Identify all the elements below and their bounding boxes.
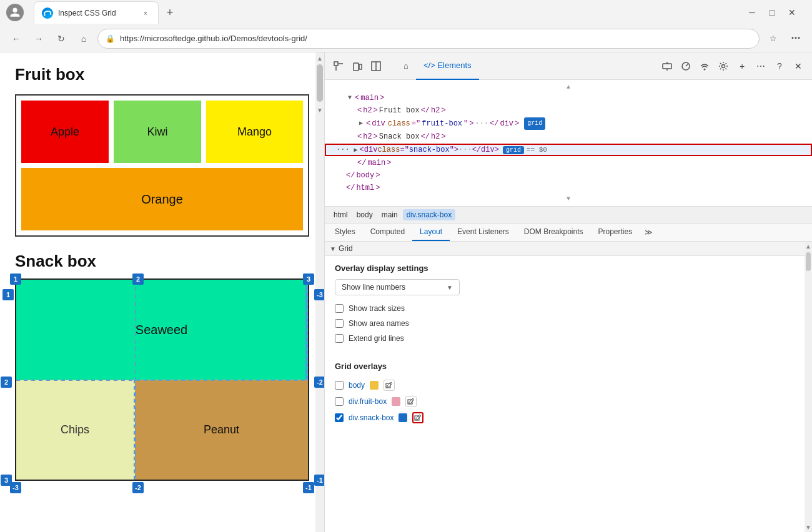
inspect-element-button[interactable] xyxy=(330,57,347,75)
extend-grid-lines-label: Extend grid lines xyxy=(349,334,404,343)
tree-line-h2-fruit[interactable]: <h2> Fruit box </h2> xyxy=(325,104,812,117)
elements-tab[interactable]: </> Elements xyxy=(416,52,479,80)
grid-overlay-h-line xyxy=(16,380,308,381)
minimize-button[interactable]: ─ xyxy=(743,4,761,21)
overlay-settings-group: Overlay display settings Show line numbe… xyxy=(325,256,812,357)
overlay-body-checkbox[interactable] xyxy=(335,381,344,390)
grid-label-top-mid: 2 xyxy=(132,273,144,285)
close-devtools-button[interactable]: ✕ xyxy=(790,57,807,75)
overlay-snack-box-checkbox[interactable] xyxy=(335,413,344,422)
main-area: ▲ ▼ Fruit box Apple Kiwi Mango xyxy=(0,52,812,532)
fruit-row-top: Apple Kiwi Mango xyxy=(21,101,303,163)
overlay-snack-box-icon[interactable] xyxy=(412,412,423,423)
overlay-body-icon[interactable] xyxy=(384,380,395,391)
tree-line-close-body[interactable]: </body> xyxy=(325,169,812,182)
forward-button[interactable]: → xyxy=(30,30,47,47)
show-area-names-checkbox[interactable] xyxy=(335,319,344,328)
tree-line-snack-box[interactable]: ··· ▶ <div class="snack-box" > ··· </div… xyxy=(325,144,812,156)
overlay-snack-box-name: div.snack-box xyxy=(349,413,394,422)
title-bar: Inspect CSS Grid × + ─ □ ✕ xyxy=(0,0,812,25)
grid-overlays-label: Grid overlays xyxy=(325,362,812,371)
home-button[interactable]: ⌂ xyxy=(75,30,92,47)
breadcrumb-main[interactable]: main xyxy=(378,209,402,220)
tab-layout[interactable]: Layout xyxy=(412,224,450,241)
favorites-button[interactable]: ☆ xyxy=(765,30,782,47)
lock-icon: 🔒 xyxy=(106,34,115,43)
tab-event-listeners[interactable]: Event Listeners xyxy=(450,224,517,241)
tree-line-close-main[interactable]: </main> xyxy=(325,157,812,169)
grid-label-top-left: 1 xyxy=(10,273,21,285)
show-track-sizes-label: Show track sizes xyxy=(349,304,405,313)
overlay-fruit-box-checkbox[interactable] xyxy=(335,397,344,406)
browser-window: Inspect CSS Grid × + ─ □ ✕ ← → ↻ ⌂ 🔒 ☆ ·… xyxy=(0,0,812,532)
overlay-snack-box-color xyxy=(399,413,407,422)
extend-grid-lines-checkbox[interactable] xyxy=(335,334,344,343)
back-button[interactable]: ← xyxy=(7,30,25,47)
svg-point-9 xyxy=(704,68,706,70)
overlay-body-color xyxy=(370,381,379,390)
grid-section-header[interactable]: ▼ Grid xyxy=(325,242,812,256)
tree-toggle-snack[interactable]: ▶ xyxy=(352,146,360,154)
show-area-names-label: Show area names xyxy=(349,319,409,328)
overlay-settings-label: Overlay display settings xyxy=(335,264,802,273)
tree-line-dots[interactable]: ··· xyxy=(336,145,350,154)
tab-styles[interactable]: Styles xyxy=(327,224,363,241)
dropdown-arrow-icon: ▼ xyxy=(447,284,453,291)
tree-toggle-main[interactable]: ▼ xyxy=(346,92,354,104)
extend-grid-lines-row[interactable]: Extend grid lines xyxy=(335,334,802,343)
breadcrumb-body[interactable]: body xyxy=(353,209,377,220)
settings-devtools-button[interactable] xyxy=(715,57,732,75)
grid-label-bottom-neg3: -3 xyxy=(10,482,21,493)
show-track-sizes-checkbox[interactable] xyxy=(335,304,344,313)
tab-dom-breakpoints[interactable]: DOM Breakpoints xyxy=(517,224,591,241)
dropdown-label: Show line numbers xyxy=(342,283,405,292)
scrollbar-thumb[interactable] xyxy=(806,252,811,271)
scrollbar-up-arrow[interactable]: ▲ xyxy=(805,242,812,250)
maximize-button[interactable]: □ xyxy=(763,4,781,21)
refresh-button[interactable]: ↻ xyxy=(52,30,70,47)
tab-computed[interactable]: Computed xyxy=(363,224,412,241)
breadcrumb-snack-box[interactable]: div.snack-box xyxy=(403,209,455,220)
devtools-tabs: Styles Computed Layout Event Listeners D… xyxy=(325,224,812,242)
svg-rect-5 xyxy=(663,64,671,69)
grid-label-bottom-neg2: -2 xyxy=(132,482,144,493)
fruit-kiwi: Kiwi xyxy=(114,101,201,163)
show-area-names-row[interactable]: Show area names xyxy=(335,319,802,328)
web-content-panel: ▲ ▼ Fruit box Apple Kiwi Mango xyxy=(0,52,325,532)
tab-title: Inspect CSS Grid xyxy=(58,9,136,17)
fruit-mango: Mango xyxy=(206,101,303,163)
tab-close-button[interactable]: × xyxy=(141,8,151,18)
device-emulation-button[interactable] xyxy=(349,57,366,75)
grid-section-label: Grid xyxy=(339,244,353,253)
overlay-fruit-box-icon[interactable] xyxy=(405,396,417,407)
performance-button[interactable] xyxy=(677,57,695,75)
more-devtools-button[interactable]: ⋯ xyxy=(752,57,770,75)
tree-line-close-html[interactable]: </html> xyxy=(325,182,812,194)
snack-peanut: Peanut xyxy=(135,380,308,480)
tab-properties[interactable]: Properties xyxy=(591,224,640,241)
new-tab-button[interactable]: + xyxy=(161,4,179,21)
wifi-button[interactable] xyxy=(696,57,713,75)
add-tool-button[interactable]: + xyxy=(733,57,751,75)
svg-point-10 xyxy=(722,64,725,67)
network-button[interactable] xyxy=(658,57,676,75)
url-input[interactable] xyxy=(120,34,751,43)
fruit-box-title: Fruit box xyxy=(15,65,309,84)
address-bar[interactable]: 🔒 xyxy=(97,29,760,49)
panel-scrollbar[interactable]: ▲ ▼ xyxy=(805,242,812,532)
show-track-sizes-row[interactable]: Show track sizes xyxy=(335,304,802,313)
tree-toggle-fruit[interactable]: ▶ xyxy=(357,118,365,129)
help-button[interactable]: ? xyxy=(771,57,788,75)
more-menu-button[interactable]: ··· xyxy=(787,30,805,47)
scrollbar-down-arrow[interactable]: ▼ xyxy=(805,524,812,531)
home-devtools-button[interactable]: ⌂ xyxy=(397,57,415,75)
more-tabs-button[interactable]: ≫ xyxy=(640,224,658,240)
show-line-numbers-dropdown[interactable]: Show line numbers ▼ xyxy=(335,279,460,295)
close-browser-button[interactable]: ✕ xyxy=(783,4,801,21)
tree-line-h2-snack[interactable]: <h2> Snack box </h2> xyxy=(325,131,812,143)
browser-tab-active[interactable]: Inspect CSS Grid × xyxy=(34,1,159,24)
tree-line-fruit-box[interactable]: ▶ <div class="fruit-box" > ··· </div> gr… xyxy=(325,117,812,131)
breadcrumb-html[interactable]: html xyxy=(330,209,352,220)
toggle-panel-button[interactable] xyxy=(367,57,385,75)
tree-line-main[interactable]: ▼ <main> xyxy=(325,92,812,104)
